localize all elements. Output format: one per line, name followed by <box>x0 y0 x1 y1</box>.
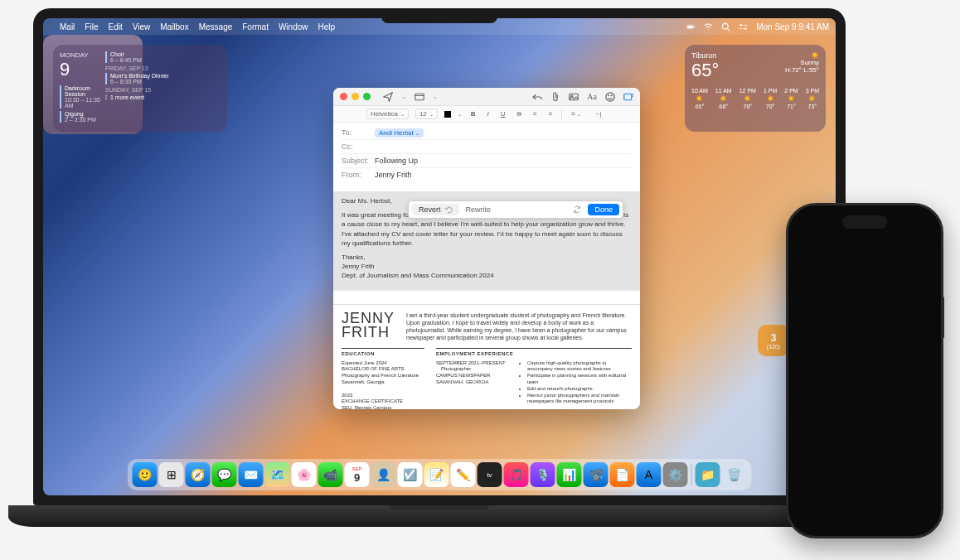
contacts-icon[interactable]: 👤 <box>371 462 396 487</box>
mail-icon[interactable]: ✉️ <box>239 462 264 487</box>
settings-icon[interactable]: ⚙️ <box>663 462 688 487</box>
menu-view[interactable]: View <box>133 22 151 31</box>
font-select[interactable]: Helvetica ⌄ <box>366 109 409 119</box>
resume-attachment: JENNY FRITH I am a third-year student un… <box>333 304 640 410</box>
safari-icon[interactable]: 🧭 <box>186 462 211 487</box>
numbers-icon[interactable]: 📊 <box>557 462 582 487</box>
from-field[interactable]: Jenny Frith <box>375 171 632 179</box>
align-button[interactable]: ≡ <box>546 110 555 118</box>
size-select[interactable]: 12 ⌄ <box>415 109 438 119</box>
menu-message[interactable]: Message <box>199 22 233 31</box>
reply-icon[interactable] <box>532 92 542 102</box>
menubar-datetime[interactable]: Mon Sep 9 9:41 AM <box>756 22 829 31</box>
svg-point-3 <box>723 23 729 29</box>
calendar-event: Qigong2 – 2:30 PM <box>60 111 105 123</box>
chevron-down-icon[interactable]: ⌄ <box>433 94 438 100</box>
menu-mailbox[interactable]: Mailbox <box>160 22 188 31</box>
color-swatch[interactable] <box>444 111 451 118</box>
calendar-icon[interactable]: SEP9 <box>345 462 370 487</box>
trash-icon[interactable]: 🗑️ <box>722 462 747 487</box>
messages-icon[interactable]: 💬 <box>212 462 237 487</box>
weather-widget[interactable]: Tiburon 65° ☀️ Sunny H:72° L:55° 10 AM☀️… <box>685 45 826 132</box>
freeform-icon[interactable]: ✏️ <box>451 462 476 487</box>
photos-icon[interactable]: 🌸 <box>292 462 317 487</box>
employment-header: EMPLOYMENT EXPERIENCE <box>436 348 632 358</box>
menu-format[interactable]: Format <box>242 22 269 31</box>
music-icon[interactable]: 🎵 <box>504 462 529 487</box>
svg-point-18 <box>611 94 612 95</box>
format-icon[interactable]: Aa <box>587 92 597 101</box>
compose-ai-icon[interactable] <box>623 92 633 102</box>
italic-button[interactable]: I <box>485 110 492 118</box>
podcasts-icon[interactable]: 🎙️ <box>531 462 555 487</box>
indent-button[interactable]: →| <box>590 110 604 118</box>
bold-button[interactable]: B <box>468 110 478 118</box>
svg-point-16 <box>606 92 614 100</box>
calendar-more-events: 1 more event <box>105 94 221 100</box>
weather-location: Tiburon <box>691 51 719 60</box>
notes-icon[interactable]: 📝 <box>424 462 449 487</box>
keynote-icon[interactable]: 📽️ <box>584 462 608 487</box>
refresh-icon <box>573 205 581 214</box>
recipient-pill[interactable]: Andi Herbst ⌄ <box>375 128 424 138</box>
to-label: To: <box>342 128 375 137</box>
svg-line-4 <box>728 28 730 31</box>
finder-icon[interactable]: 🙂 <box>133 462 158 487</box>
attachment-icon[interactable] <box>550 92 560 102</box>
window-titlebar[interactable]: ⌄ ⌄ Aa <box>333 88 640 106</box>
menu-help[interactable]: Help <box>318 22 336 31</box>
calendar-day-number: 9 <box>60 59 105 80</box>
dock: 🙂 ⊞ 🧭 💬 ✉️ 🗺️ 🌸 📹 SEP9 👤 ☑️ 📝 ✏️ tv 🎵 🎙️… <box>128 459 752 490</box>
notes-widget[interactable]: 3 (120) <box>758 325 789 356</box>
subject-field[interactable]: Following Up <box>375 157 632 165</box>
menubar-app[interactable]: Mail <box>60 22 75 31</box>
tv-icon[interactable]: tv <box>478 462 502 487</box>
align-button[interactable]: ≡ <box>531 110 540 118</box>
pages-icon[interactable]: 📄 <box>610 462 635 487</box>
window-close-button[interactable] <box>340 93 347 100</box>
menu-edit[interactable]: Edit <box>108 22 122 31</box>
resume-name: JENNY FRITH <box>342 311 395 341</box>
battery-icon[interactable] <box>686 22 696 31</box>
education-header: EDUCATION <box>342 348 424 358</box>
macos-desktop: Mail File Edit View Mailbox Message Form… <box>43 18 836 495</box>
svg-point-7 <box>744 27 747 30</box>
list-button[interactable]: ≡ ⌄ <box>569 110 584 118</box>
weather-hilo: H:72° L:55° <box>785 66 819 74</box>
svg-point-17 <box>608 94 609 95</box>
mail-compose-window: ⌄ ⌄ Aa Helvetica ⌄ <box>333 88 640 409</box>
window-zoom-button[interactable] <box>363 93 371 100</box>
strike-button[interactable]: S <box>515 110 524 118</box>
reminders-icon[interactable]: ☑️ <box>398 462 423 487</box>
done-button[interactable]: Done <box>588 204 619 215</box>
chevron-down-icon[interactable]: ⌄ <box>401 94 406 100</box>
emoji-icon[interactable] <box>605 92 615 102</box>
menu-window[interactable]: Window <box>279 22 308 31</box>
svg-rect-19 <box>624 94 632 100</box>
format-toolbar: Helvetica ⌄ 12 ⌄ ⌄ B I U S ≡ ≡ ≡ ⌄ →| <box>333 106 640 123</box>
maps-icon[interactable]: 🗺️ <box>265 462 290 487</box>
wifi-icon[interactable] <box>704 22 713 31</box>
facetime-icon[interactable]: 📹 <box>318 462 343 487</box>
weather-temp: 65° <box>691 60 719 81</box>
photo-icon[interactable] <box>569 92 579 102</box>
downloads-icon[interactable]: 📁 <box>696 462 720 487</box>
appstore-icon[interactable]: A <box>637 462 662 487</box>
header-fields-icon[interactable] <box>415 92 424 102</box>
search-icon[interactable] <box>721 22 730 31</box>
rewrite-button[interactable]: Rewrite <box>459 205 589 214</box>
menu-file[interactable]: File <box>85 22 98 31</box>
control-center-icon[interactable] <box>739 22 748 31</box>
calendar-widget[interactable]: MONDAY 9 Darkroom Session10:30 – 11:30 A… <box>53 45 227 132</box>
underline-button[interactable]: U <box>498 110 508 118</box>
weather-hourly: 10 AM☀️65° 11 AM☀️68° 12 PM☀️70° 1 PM☀️7… <box>691 88 819 109</box>
launchpad-icon[interactable]: ⊞ <box>159 462 184 487</box>
svg-rect-12 <box>415 94 424 100</box>
calendar-day-label: MONDAY <box>60 51 105 59</box>
window-minimize-button[interactable] <box>352 93 359 100</box>
cc-label: Cc: <box>342 142 375 151</box>
undo-icon <box>444 205 453 214</box>
send-icon[interactable] <box>383 92 393 102</box>
calendar-event: Choir6 – 8:45 PM <box>105 51 221 63</box>
revert-button[interactable]: Revert <box>412 204 459 215</box>
